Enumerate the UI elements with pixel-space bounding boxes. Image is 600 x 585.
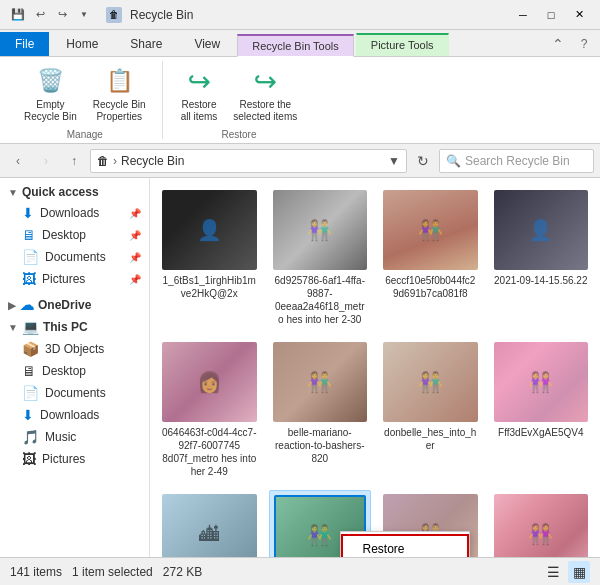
list-item[interactable]: 👤 2021-09-14-15.56.22 — [490, 186, 593, 330]
desktop-pin-icon: 📌 — [129, 230, 141, 241]
restore-selected-label: Restore theselected items — [233, 99, 297, 123]
tab-view[interactable]: View — [179, 32, 235, 56]
item-count: 141 items — [10, 565, 62, 579]
status-bar: 141 items 1 item selected 272 KB ☰ ▦ — [0, 557, 600, 585]
file-grid: 👤 1_6tBs1_1irghHib1mve2HkQ@2x 👫 6d925786… — [158, 186, 592, 557]
empty-recycle-icon: 🗑️ — [34, 65, 66, 97]
file-label: donbelle_hes_into_her — [383, 426, 478, 452]
file-label: 1_6tBs1_1irghHib1mve2HkQ@2x — [162, 274, 257, 300]
file-label: 6d925786-6af1-4ffa-9887-0eeaa2a46f18_met… — [273, 274, 368, 326]
sidebar-item-pictures2[interactable]: 🖼 Pictures — [0, 448, 149, 470]
refresh-btn[interactable]: ↻ — [411, 149, 435, 173]
window-controls: ─ □ ✕ — [510, 5, 592, 25]
redo-btn[interactable]: ↪ — [52, 5, 72, 25]
documents2-label: Documents — [45, 386, 106, 400]
grid-view-btn[interactable]: ▦ — [568, 561, 590, 583]
file-label: 6eccf10e5f0b044fc29d691b7ca081f8 — [383, 274, 478, 300]
maximize-btn[interactable]: □ — [538, 5, 564, 25]
file-grid-container[interactable]: 👤 1_6tBs1_1irghHib1mve2HkQ@2x 👫 6d925786… — [150, 178, 600, 557]
file-thumbnail: 👫 — [383, 190, 478, 270]
title-bar: 💾 ↩ ↪ ▼ 🗑 Recycle Bin ─ □ ✕ — [0, 0, 600, 30]
file-thumbnail: 👭 — [494, 342, 589, 422]
up-btn[interactable]: ↑ — [62, 149, 86, 173]
list-item[interactable]: 👩 0646463f-c0d4-4cc7-92f7-6007745 8d07f_… — [158, 338, 261, 482]
pictures-label: Pictures — [42, 272, 85, 286]
context-menu-restore[interactable]: Restore — [341, 534, 469, 557]
tab-home[interactable]: Home — [51, 32, 113, 56]
restore-group-label: Restore — [221, 125, 256, 140]
3dobjects-icon: 📦 — [22, 341, 39, 357]
onedrive-header[interactable]: ▶ ☁ OneDrive — [0, 294, 149, 316]
thispc-header[interactable]: ▼ 💻 This PC — [0, 316, 149, 338]
sidebar-item-downloads[interactable]: ⬇ Downloads 📌 — [0, 202, 149, 224]
restore-selected-btn[interactable]: ↩ Restore theselected items — [227, 63, 303, 125]
file-thumbnail: 🏙 — [162, 494, 257, 557]
restore-all-label: Restoreall items — [181, 99, 218, 123]
file-size: 272 KB — [163, 565, 202, 579]
documents-label: Documents — [45, 250, 106, 264]
file-thumbnail: 👫 — [273, 342, 368, 422]
address-box[interactable]: 🗑 › Recycle Bin ▼ — [90, 149, 407, 173]
list-item[interactable]: 👫 metro-donny-pan-belle-mi hes-into-h...… — [269, 490, 372, 557]
minimize-btn[interactable]: ─ — [510, 5, 536, 25]
file-thumbnail: 👫 — [383, 342, 478, 422]
list-item[interactable]: 👫 belle-mariano-reaction-to-bashers-820 — [269, 338, 372, 482]
quick-access-toolbar: 💾 ↩ ↪ ▼ — [8, 5, 94, 25]
list-item[interactable]: 👭 TeamGalaxy-Donbelle-brings-awesome-to-… — [490, 490, 593, 557]
help-btn[interactable]: ? — [572, 32, 596, 56]
back-btn[interactable]: ‹ — [6, 149, 30, 173]
sidebar-item-documents2[interactable]: 📄 Documents — [0, 382, 149, 404]
forward-btn[interactable]: › — [34, 149, 58, 173]
ribbon-group-manage: 🗑️ EmptyRecycle Bin 📋 Recycle BinPropert… — [8, 61, 163, 139]
selected-count: 1 item selected — [72, 565, 153, 579]
pictures2-icon: 🖼 — [22, 451, 36, 467]
context-menu: Restore Cut Delete Properties — [340, 531, 470, 557]
file-thumbnail: 👫 — [273, 190, 368, 270]
tab-recycle-bin-tools[interactable]: Recycle Bin Tools — [237, 34, 354, 57]
sidebar-item-documents[interactable]: 📄 Documents 📌 — [0, 246, 149, 268]
address-dropdown-btn[interactable]: ▼ — [388, 154, 400, 168]
status-separator — [62, 565, 72, 579]
music-label: Music — [45, 430, 76, 444]
close-btn[interactable]: ✕ — [566, 5, 592, 25]
tab-picture-tools[interactable]: Picture Tools — [356, 33, 449, 56]
list-item[interactable]: 👤 1_6tBs1_1irghHib1mve2HkQ@2x — [158, 186, 261, 330]
3dobjects-label: 3D Objects — [45, 342, 104, 356]
quick-access-header[interactable]: ▼ Quick access — [0, 182, 149, 202]
sidebar-item-pictures[interactable]: 🖼 Pictures 📌 — [0, 268, 149, 290]
documents-pin-icon: 📌 — [129, 252, 141, 263]
tab-share[interactable]: Share — [115, 32, 177, 56]
search-placeholder: Search Recycle Bin — [465, 154, 570, 168]
restore-all-btn[interactable]: ↩ Restoreall items — [175, 63, 224, 125]
sidebar-item-desktop2[interactable]: 🖥 Desktop — [0, 360, 149, 382]
desktop2-label: Desktop — [42, 364, 86, 378]
quick-access-arrow: ▼ — [8, 187, 18, 198]
empty-recycle-label: EmptyRecycle Bin — [24, 99, 77, 123]
sidebar-item-desktop[interactable]: 🖥 Desktop 📌 — [0, 224, 149, 246]
list-view-btn[interactable]: ☰ — [542, 561, 564, 583]
file-label: 2021-09-14-15.56.22 — [494, 274, 587, 287]
sidebar-item-3dobjects[interactable]: 📦 3D Objects — [0, 338, 149, 360]
list-item[interactable]: 👭 Fff3dEvXgAE5QV4 — [490, 338, 593, 482]
breadcrumb-separator: › — [113, 154, 117, 168]
downloads-label: Downloads — [40, 206, 99, 220]
sidebar-item-downloads2[interactable]: ⬇ Downloads — [0, 404, 149, 426]
list-item[interactable]: 👫 6eccf10e5f0b044fc29d691b7ca081f8 — [379, 186, 482, 330]
downloads-pin-icon: 📌 — [129, 208, 141, 219]
recycle-bin-properties-btn[interactable]: 📋 Recycle BinProperties — [87, 63, 152, 125]
list-item[interactable]: 🏙 FfI5ynnaEAAVG3N — [158, 490, 261, 557]
sidebar: ▼ Quick access ⬇ Downloads 📌 🖥 Desktop 📌… — [0, 178, 150, 557]
sidebar-item-music[interactable]: 🎵 Music — [0, 426, 149, 448]
ribbon-collapse-btn[interactable]: ⌃ — [546, 32, 570, 56]
save-btn[interactable]: 💾 — [8, 5, 28, 25]
list-item[interactable]: 👫 donbelle_hes_into_her — [379, 338, 482, 482]
undo-btn[interactable]: ↩ — [30, 5, 50, 25]
list-item[interactable]: 👫 6d925786-6af1-4ffa-9887-0eeaa2a46f18_m… — [269, 186, 372, 330]
tab-file[interactable]: File — [0, 32, 49, 56]
downloads-icon: ⬇ — [22, 205, 34, 221]
search-box[interactable]: 🔍 Search Recycle Bin — [439, 149, 594, 173]
onedrive-label: OneDrive — [38, 298, 91, 312]
file-thumbnail: 👤 — [162, 190, 257, 270]
dropdown-btn[interactable]: ▼ — [74, 5, 94, 25]
empty-recycle-bin-btn[interactable]: 🗑️ EmptyRecycle Bin — [18, 63, 83, 125]
